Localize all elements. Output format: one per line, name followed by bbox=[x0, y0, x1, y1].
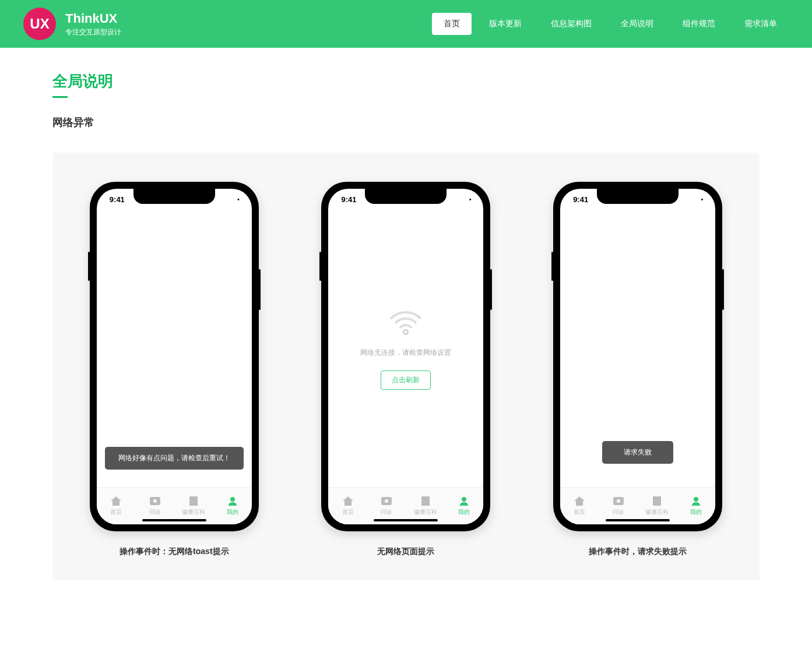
logo-icon: UX bbox=[23, 8, 56, 40]
svg-rect-11 bbox=[653, 496, 661, 506]
svg-rect-2 bbox=[189, 496, 198, 506]
tab-label: 首页 bbox=[110, 508, 122, 516]
screen-body: 网络好像有点问题，请检查后重试！ bbox=[97, 210, 252, 487]
tab-mine[interactable]: 我的 bbox=[445, 488, 484, 524]
svg-point-3 bbox=[230, 497, 235, 502]
svg-point-6 bbox=[385, 499, 388, 503]
tab-home[interactable]: 首页 bbox=[328, 488, 367, 524]
home-indicator bbox=[374, 519, 438, 521]
home-icon bbox=[342, 496, 354, 506]
book-icon bbox=[188, 496, 199, 506]
book-icon bbox=[651, 496, 663, 506]
tab-label: 问诊 bbox=[381, 508, 392, 516]
toast: 网络好像有点问题，请检查后重试！ bbox=[105, 447, 244, 470]
status-time: 9:41 bbox=[573, 195, 588, 204]
nav-global[interactable]: 全局说明 bbox=[609, 13, 665, 35]
book-icon bbox=[420, 496, 431, 506]
toast: 请求失败 bbox=[602, 441, 673, 464]
status-time: 9:41 bbox=[110, 195, 125, 204]
screen-body: 请求失败 bbox=[560, 210, 715, 487]
title-underline bbox=[52, 96, 68, 98]
screen-body: 网络无连接，请检查网络设置 点击刷新 bbox=[328, 210, 483, 487]
notch bbox=[365, 189, 447, 204]
refresh-button[interactable]: 点击刷新 bbox=[381, 371, 431, 390]
svg-point-12 bbox=[694, 497, 698, 502]
nav-ia[interactable]: 信息架构图 bbox=[539, 13, 603, 35]
brand-subtitle: 专注交互原型设计 bbox=[65, 27, 121, 37]
status-icons: • bbox=[701, 196, 703, 203]
notch bbox=[133, 189, 215, 204]
caption: 操作事件时，请求失败提示 bbox=[589, 546, 687, 557]
status-icons: • bbox=[469, 196, 471, 203]
svg-point-1 bbox=[153, 499, 157, 503]
tab-label: 我的 bbox=[227, 508, 238, 516]
content: 全局说明 网络异常 9:41 • 网络好像有点问题，请检查后重试！ bbox=[0, 48, 812, 604]
tab-mine[interactable]: 我的 bbox=[677, 488, 716, 524]
mockup-3: 9:41 • 请求失败 首页 问诊 bbox=[553, 182, 722, 557]
user-icon bbox=[227, 496, 238, 506]
phone-frame: 9:41 • 请求失败 首页 问诊 bbox=[553, 182, 722, 531]
phone-frame: 9:41 • 网络好像有点问题，请检查后重试！ 首页 问诊 bbox=[90, 182, 259, 531]
tab-label: 健康百科 bbox=[414, 508, 437, 516]
tab-home[interactable]: 首页 bbox=[560, 488, 599, 524]
home-icon bbox=[574, 496, 585, 506]
status-time: 9:41 bbox=[341, 195, 356, 204]
tab-label: 健康百科 bbox=[182, 508, 205, 516]
user-icon bbox=[690, 496, 702, 506]
tab-label: 我的 bbox=[458, 508, 470, 516]
logo-text: UX bbox=[30, 16, 49, 32]
brand: ThinkUX 专注交互原型设计 bbox=[65, 11, 121, 37]
tab-label: 我的 bbox=[690, 508, 702, 516]
tab-label: 首页 bbox=[342, 508, 354, 516]
home-icon bbox=[110, 496, 122, 506]
mockup-2: 9:41 • 网络无连接， bbox=[321, 182, 490, 557]
nav-version[interactable]: 版本更新 bbox=[477, 13, 533, 35]
tab-label: 首页 bbox=[574, 508, 585, 516]
mockup-area: 9:41 • 网络好像有点问题，请检查后重试！ 首页 问诊 bbox=[52, 153, 760, 580]
tab-label: 健康百科 bbox=[645, 508, 669, 516]
caption: 操作事件时：无网络toast提示 bbox=[119, 546, 229, 557]
status-icons: • bbox=[237, 196, 239, 203]
tab-mine[interactable]: 我的 bbox=[213, 488, 252, 524]
phone-frame: 9:41 • 网络无连接， bbox=[321, 182, 490, 531]
screen: 9:41 • 网络好像有点问题，请检查后重试！ 首页 问诊 bbox=[97, 189, 252, 524]
brand-title: ThinkUX bbox=[65, 11, 121, 26]
caption: 无网络页面提示 bbox=[377, 546, 434, 557]
notch bbox=[597, 189, 679, 204]
svg-rect-7 bbox=[421, 496, 430, 506]
no-network-text: 网络无连接，请检查网络设置 bbox=[360, 348, 451, 358]
svg-point-10 bbox=[617, 499, 620, 503]
nav-component[interactable]: 组件规范 bbox=[671, 13, 727, 35]
header: UX ThinkUX 专注交互原型设计 首页 版本更新 信息架构图 全局说明 组… bbox=[0, 0, 812, 48]
nav-home[interactable]: 首页 bbox=[432, 13, 472, 35]
top-nav: 首页 版本更新 信息架构图 全局说明 组件规范 需求清单 bbox=[432, 13, 789, 35]
consult-icon bbox=[381, 496, 392, 506]
user-icon bbox=[458, 496, 470, 506]
tab-home[interactable]: 首页 bbox=[97, 488, 136, 524]
consult-icon bbox=[149, 496, 161, 506]
screen: 9:41 • 请求失败 首页 问诊 bbox=[560, 189, 715, 524]
section-title: 网络异常 bbox=[52, 115, 760, 129]
wifi-off-icon bbox=[387, 307, 424, 338]
svg-point-8 bbox=[462, 497, 466, 502]
mockup-1: 9:41 • 网络好像有点问题，请检查后重试！ 首页 问诊 bbox=[90, 182, 259, 557]
screen: 9:41 • 网络无连接， bbox=[328, 189, 483, 524]
consult-icon bbox=[613, 496, 624, 506]
tab-label: 问诊 bbox=[149, 508, 161, 516]
page-title: 全局说明 bbox=[52, 71, 760, 91]
home-indicator bbox=[606, 519, 670, 521]
tab-label: 问诊 bbox=[613, 508, 624, 516]
nav-requirement[interactable]: 需求清单 bbox=[733, 13, 789, 35]
home-indicator bbox=[142, 519, 206, 521]
